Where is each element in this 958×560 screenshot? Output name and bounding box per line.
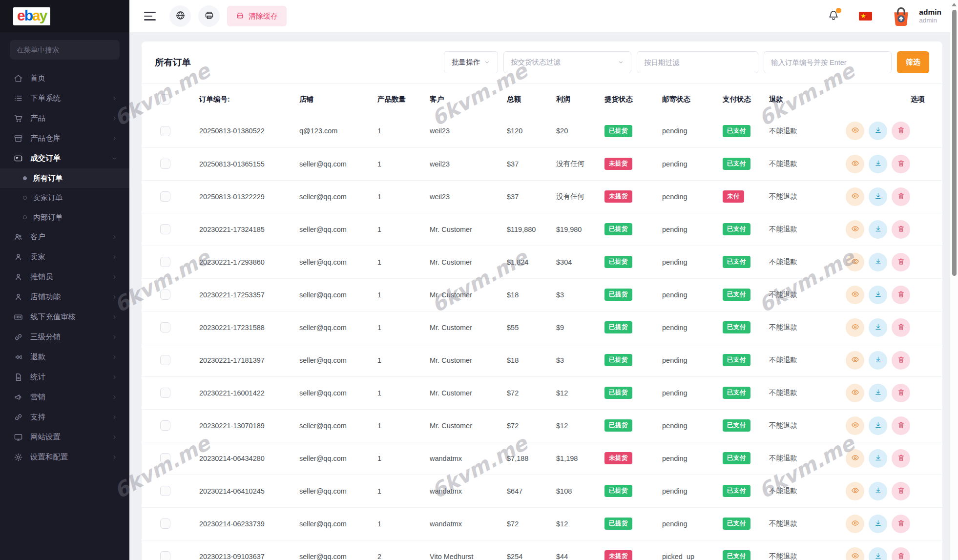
delete-order-button[interactable] <box>892 449 910 468</box>
cell-pickup-status: 已提货 <box>601 376 658 409</box>
sidebar-item-2[interactable]: 产品 <box>0 108 129 128</box>
sidebar-item-3[interactable]: 产品仓库 <box>0 128 129 148</box>
download-order-button[interactable] <box>869 318 887 337</box>
scrollbar-up-arrow-icon[interactable] <box>952 3 957 6</box>
view-order-button[interactable] <box>846 155 864 173</box>
sidebar-item-10[interactable]: 三级分销 <box>0 327 129 347</box>
sidebar-item-13[interactable]: 营销 <box>0 387 129 407</box>
download-order-button[interactable] <box>869 286 887 304</box>
status-badge-paid: 已支付 <box>723 289 750 301</box>
sidebar-search-input[interactable] <box>17 46 113 54</box>
view-order-button[interactable] <box>846 547 864 560</box>
row-checkbox[interactable] <box>160 257 170 267</box>
download-order-button[interactable] <box>869 416 887 435</box>
view-order-button[interactable] <box>846 384 864 402</box>
hamburger-menu-icon[interactable] <box>144 9 157 23</box>
sidebar-item-14[interactable]: 支持 <box>0 407 129 427</box>
sidebar-subitem-4-2[interactable]: 内部订单 <box>0 207 129 227</box>
row-checkbox[interactable] <box>160 224 170 234</box>
notifications-button[interactable] <box>828 9 839 23</box>
view-order-button[interactable] <box>846 286 864 304</box>
sidebar-item-12[interactable]: 统计 <box>0 367 129 387</box>
view-order-button[interactable] <box>846 187 864 206</box>
row-checkbox[interactable] <box>160 191 170 202</box>
row-checkbox[interactable] <box>160 420 170 431</box>
sidebar-subitem-4-0[interactable]: 所有订单 <box>0 168 129 188</box>
download-order-button[interactable] <box>869 482 887 500</box>
sidebar-item-0[interactable]: 首页 <box>0 68 129 88</box>
delete-order-button[interactable] <box>892 220 910 239</box>
view-order-button[interactable] <box>846 416 864 435</box>
delete-order-button[interactable] <box>892 122 910 140</box>
cell-pay-status: 已支付 <box>719 213 765 246</box>
row-checkbox[interactable] <box>160 551 170 560</box>
row-checkbox[interactable] <box>160 486 170 496</box>
row-checkbox[interactable] <box>160 519 170 529</box>
row-checkbox[interactable] <box>160 388 170 398</box>
view-order-button[interactable] <box>846 351 864 370</box>
download-order-button[interactable] <box>869 351 887 370</box>
view-order-button[interactable] <box>846 122 864 140</box>
row-checkbox[interactable] <box>160 290 170 300</box>
sidebar-item-7[interactable]: 推销员 <box>0 267 129 287</box>
row-checkbox[interactable] <box>160 159 170 169</box>
sidebar-item-6[interactable]: 卖家 <box>0 247 129 267</box>
delete-order-button[interactable] <box>892 286 910 304</box>
select-all-checkbox[interactable] <box>160 94 170 104</box>
row-checkbox[interactable] <box>160 126 170 136</box>
download-order-button[interactable] <box>869 515 887 533</box>
globe-button[interactable] <box>169 5 191 27</box>
cell-order-number: 20230221-17324185 <box>195 213 295 246</box>
row-checkbox[interactable] <box>160 453 170 463</box>
sidebar-item-4[interactable]: 成交订单 <box>0 148 129 168</box>
download-order-button[interactable] <box>869 155 887 173</box>
delete-order-button[interactable] <box>892 384 910 402</box>
delete-order-button[interactable] <box>892 547 910 560</box>
download-order-button[interactable] <box>869 449 887 468</box>
sidebar-subitem-4-1[interactable]: 卖家订单 <box>0 188 129 207</box>
download-order-button[interactable] <box>869 122 887 140</box>
delete-order-button[interactable] <box>892 253 910 271</box>
sidebar-item-11[interactable]: 退款 <box>0 347 129 367</box>
view-order-button[interactable] <box>846 253 864 271</box>
view-order-button[interactable] <box>846 515 864 533</box>
cell-mail-status: pending <box>658 246 719 278</box>
view-order-button[interactable] <box>846 482 864 500</box>
delete-order-button[interactable] <box>892 515 910 533</box>
order-number-input[interactable] <box>764 51 892 73</box>
print-button[interactable] <box>198 5 220 27</box>
delete-order-button[interactable] <box>892 318 910 337</box>
language-flag-button[interactable]: ★ <box>859 12 872 21</box>
sidebar-item-15[interactable]: 网站设置 <box>0 427 129 447</box>
sidebar-item-9[interactable]: 线下充值审核 <box>0 307 129 327</box>
sidebar-item-8[interactable]: 店铺功能 <box>0 287 129 307</box>
delete-order-button[interactable] <box>892 482 910 500</box>
sidebar-item-5[interactable]: 客户 <box>0 227 129 247</box>
row-checkbox[interactable] <box>160 322 170 332</box>
ebay-logo[interactable]: ebay <box>13 7 50 25</box>
bulk-actions-dropdown[interactable]: 批量操作 <box>444 51 498 73</box>
download-order-button[interactable] <box>869 384 887 402</box>
delete-order-button[interactable] <box>892 187 910 206</box>
delete-order-button[interactable] <box>892 155 910 173</box>
delivery-status-select[interactable]: 按交货状态过滤 <box>503 51 631 73</box>
clear-cache-button[interactable]: 清除缓存 <box>227 6 287 26</box>
date-filter-input[interactable] <box>637 51 758 73</box>
download-order-button[interactable] <box>869 220 887 239</box>
row-checkbox[interactable] <box>160 355 170 365</box>
view-order-button[interactable] <box>846 449 864 468</box>
page-scrollbar[interactable] <box>950 0 958 560</box>
sidebar-item-16[interactable]: 设置和配置 <box>0 447 129 467</box>
cell-quantity: 2 <box>374 540 426 560</box>
download-order-button[interactable] <box>869 547 887 560</box>
download-order-button[interactable] <box>869 187 887 206</box>
user-avatar[interactable] <box>890 5 913 28</box>
scrollbar-thumb[interactable] <box>952 10 957 276</box>
filter-button[interactable]: 筛选 <box>897 51 929 73</box>
view-order-button[interactable] <box>846 220 864 239</box>
delete-order-button[interactable] <box>892 416 910 435</box>
sidebar-item-1[interactable]: 下单系统 <box>0 88 129 108</box>
view-order-button[interactable] <box>846 318 864 337</box>
download-order-button[interactable] <box>869 253 887 271</box>
delete-order-button[interactable] <box>892 351 910 370</box>
